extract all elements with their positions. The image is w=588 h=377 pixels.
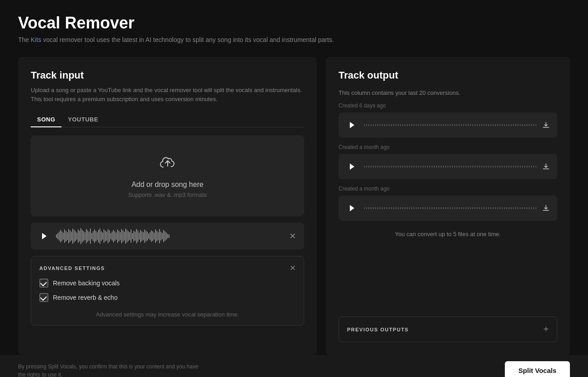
track-input-description: Upload a song or paste a YouTube link an… <box>31 86 304 103</box>
track-output-title: Track output <box>339 70 557 81</box>
advanced-settings-note: Advanced settings may increase vocal sep… <box>39 307 296 318</box>
download-button-2[interactable] <box>542 163 550 171</box>
svg-marker-2 <box>350 163 354 170</box>
remove-reverb-echo-label: Remove reverb & echo <box>53 294 118 301</box>
input-tabs: SONG YOUTUBE <box>31 112 304 127</box>
advanced-settings-title: ADVANCED SETTINGS <box>39 265 105 271</box>
page-subtitle: The Kits vocal remover tool uses the lat… <box>18 36 570 43</box>
plus-icon: + <box>543 324 549 335</box>
conversion-3-date: Created a month ago <box>339 186 557 192</box>
waveform-close-button[interactable]: ✕ <box>288 230 297 242</box>
waveform-visualization <box>56 228 283 244</box>
advanced-settings-close-button[interactable]: ✕ <box>290 264 296 272</box>
upload-title: Add or drop song here <box>132 181 203 189</box>
waveform-player: ✕ <box>31 223 304 250</box>
remove-reverb-echo-checkbox[interactable] <box>39 293 48 302</box>
conversion-2-date: Created a month ago <box>339 144 557 150</box>
advanced-settings-panel: ADVANCED SETTINGS ✕ Remove backing vocal… <box>31 256 304 326</box>
track-input-panel: Track input Upload a song or paste a You… <box>18 57 317 355</box>
split-vocals-button[interactable]: Split Vocals <box>505 361 570 377</box>
svg-marker-0 <box>42 233 47 239</box>
upload-subtitle: Supports .wav & .mp3 formats <box>128 191 207 198</box>
download-button-3[interactable] <box>542 204 550 212</box>
svg-marker-1 <box>350 122 354 128</box>
output-play-button-1[interactable] <box>346 119 358 131</box>
output-waveform-1 <box>364 124 536 126</box>
output-player-2 <box>339 154 557 179</box>
track-input-title: Track input <box>31 70 304 81</box>
svg-marker-3 <box>350 205 354 211</box>
previous-outputs-label: PREVIOUS OUTPUTS <box>347 327 409 332</box>
remove-backing-vocals-row: Remove backing vocals <box>39 279 296 288</box>
conversion-1-date: Created 6 days ago <box>339 102 557 109</box>
download-button-1[interactable] <box>542 121 550 129</box>
remove-backing-vocals-label: Remove backing vocals <box>53 279 120 287</box>
page-title: Vocal Remover <box>18 14 570 33</box>
legal-text: By pressing Split Vocals, you confirm th… <box>18 363 199 377</box>
upload-icon <box>158 154 178 175</box>
tab-song[interactable]: SONG <box>31 112 61 127</box>
advanced-settings-header: ADVANCED SETTINGS ✕ <box>39 264 296 272</box>
output-play-button-3[interactable] <box>346 202 358 214</box>
output-waveform-3 <box>364 207 536 209</box>
track-output-panel: Track output This column contains your l… <box>326 57 570 355</box>
output-play-button-2[interactable] <box>346 160 358 173</box>
remove-reverb-echo-row: Remove reverb & echo <box>39 293 296 302</box>
track-output-subtitle: This column contains your last 20 conver… <box>339 89 557 96</box>
output-player-1 <box>339 112 557 138</box>
output-player-3 <box>339 195 557 221</box>
upload-zone[interactable]: Add or drop song here Supports .wav & .m… <box>31 135 304 216</box>
bottom-bar: By pressing Split Vocals, you confirm th… <box>0 355 588 377</box>
tab-youtube[interactable]: YOUTUBE <box>61 112 104 127</box>
convert-limit-text: You can convert up to 5 files at one tim… <box>339 231 557 237</box>
remove-backing-vocals-checkbox[interactable] <box>39 279 48 288</box>
previous-outputs-toggle[interactable]: PREVIOUS OUTPUTS + <box>339 316 557 342</box>
waveform-play-button[interactable] <box>38 230 51 242</box>
output-waveform-2 <box>364 166 536 168</box>
